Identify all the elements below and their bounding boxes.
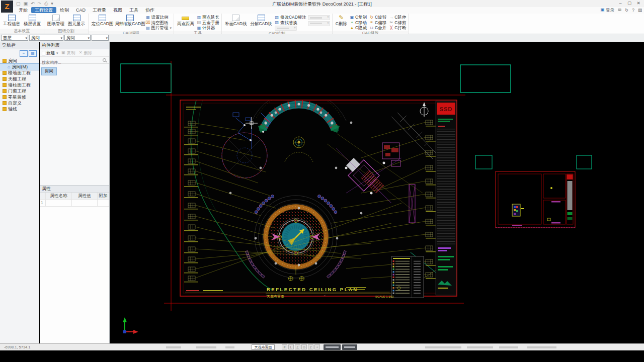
status-text	[499, 346, 518, 348]
copy-component-button[interactable]: ▣复制	[61, 51, 75, 55]
calculator-icon: ▦	[197, 26, 201, 30]
close-button[interactable]: ✕	[634, 0, 643, 6]
grid-zoom-icon	[126, 15, 134, 21]
find-replace-button[interactable]: ▨查找替换	[275, 21, 306, 25]
c-hide-button[interactable]: ▲C隐藏	[350, 26, 367, 30]
component-item-room[interactable]: 房间	[42, 68, 56, 75]
page-pencil-icon	[232, 15, 239, 21]
status-text	[166, 346, 181, 348]
tab-collaborate[interactable]: 协作	[142, 7, 158, 13]
tab-project-settings[interactable]: 工程设置	[31, 7, 56, 13]
set-scale-button[interactable]: ▦设置比例	[145, 15, 172, 20]
snap-toggle[interactable]: +	[314, 344, 320, 349]
two-point-extend-button[interactable]: ▥两点延长	[197, 15, 219, 20]
nav-item-door-window-works[interactable]: 门窗工程	[0, 88, 39, 94]
c-break-button[interactable]: ╳C打断	[389, 26, 406, 30]
nav-item-floor-works[interactable]: 楼地面工程	[0, 70, 39, 76]
page-icon	[52, 15, 60, 21]
nav-item-room-group[interactable]: 房间	[0, 58, 39, 64]
polar-toggle[interactable]: ∠	[295, 344, 300, 349]
component-list: 房间	[40, 64, 109, 76]
refresh-icon[interactable]: ↻	[625, 7, 628, 14]
element-display-button[interactable]: 图元显示	[67, 14, 86, 27]
ortho-toggle[interactable]: L	[288, 344, 294, 349]
status-text	[425, 346, 461, 348]
c-trim-button[interactable]: ✂C修剪	[389, 21, 406, 25]
category-select[interactable]: 房间	[29, 35, 63, 41]
list-view-icon[interactable]: ≡	[20, 50, 28, 57]
dyn-toggle[interactable]: Z	[308, 344, 313, 349]
c-offset-button[interactable]: ≡C偏移	[369, 21, 386, 25]
c-copy-button[interactable]: ▣C复制	[350, 15, 367, 20]
hardware-manual-button[interactable]: ▤五金手册	[197, 21, 219, 25]
navigation-panel-title: 导航栏	[0, 42, 39, 49]
project-info-button[interactable]: 工程信息	[2, 14, 21, 27]
ribbon-tab-row: 开始 工程设置 绘制 CAD 工程量 视图 工具 协作 ▣ 登录 ✉ ↻ ? ▤	[0, 7, 644, 14]
help-icon[interactable]: ?	[632, 7, 634, 14]
two-point-distance-button[interactable]: 两点距离	[176, 14, 195, 27]
category-icon	[3, 95, 7, 99]
group-cad-edit: 定位CAD图 局部缩放CAD图 ▦设置比例 ⌧清空图纸 ▤图片管理 CAD编辑	[89, 14, 174, 34]
modify-cad-dim-button[interactable]: ▧修改CAD标注	[275, 15, 306, 20]
clear-drawing-button[interactable]: ⌧清空图纸	[145, 21, 172, 25]
main-sheet[interactable]: SSD REFLECTED CEILING PLAN 天花布置图 SCALE 1…	[165, 71, 457, 335]
calculator-button[interactable]: ▦计算器	[197, 26, 219, 30]
locate-cad-button[interactable]: 定位CAD图	[91, 14, 114, 27]
tab-cad[interactable]: CAD	[72, 7, 89, 13]
view-control-button[interactable]	[324, 344, 341, 350]
c-move-button[interactable]: +C移动	[350, 21, 367, 25]
nav-item-misc-decoration[interactable]: 零星装修	[0, 94, 39, 100]
delete-component-button[interactable]: ✕删除	[78, 51, 93, 55]
viewport-frame	[121, 64, 171, 93]
properties-panel: 属性 属性名称 属性值 附加 1	[40, 185, 110, 343]
zoom-cad-button[interactable]: 局部缩放CAD图	[116, 14, 144, 27]
c-merge-button[interactable]: ⊔C合并	[369, 26, 386, 30]
tab-tools[interactable]: 工具	[126, 7, 142, 13]
tile-view-icon[interactable]: ▦	[29, 50, 37, 57]
tab-quantity[interactable]: 工程量	[89, 7, 110, 13]
layer-control-button[interactable]	[342, 344, 357, 350]
component-select[interactable]: 房间	[64, 35, 91, 41]
nav-item-axis[interactable]: 轴线	[0, 106, 39, 112]
nav-item-ceiling-works[interactable]: 天棚工程	[0, 76, 39, 82]
col-property-value: 属性值	[72, 193, 98, 199]
component-list-panel: 构件列表 新建 ▣复制 ✕删除 房间	[40, 42, 110, 185]
search-input[interactable]	[40, 60, 100, 65]
panel-icon[interactable]: ▤	[638, 7, 642, 14]
cad-viewport[interactable]: SSD REFLECTED CEILING PLAN 天花布置图 SCALE 1…	[110, 42, 644, 343]
current-drawing-indicator[interactable]: 天花布置图	[252, 344, 275, 350]
new-page-icon	[42, 51, 45, 55]
new-component-button[interactable]: 新建	[42, 51, 58, 55]
property-row[interactable]: 1	[40, 200, 109, 207]
col-attach: 附加	[98, 193, 109, 199]
floor-select[interactable]: 首层	[1, 35, 28, 41]
copy-icon: ▣	[61, 51, 66, 55]
c-rotate-button[interactable]: ↻C旋转	[369, 15, 386, 20]
minimize-button[interactable]: –	[616, 0, 625, 6]
taskbar-area	[0, 350, 644, 362]
c-delete-button[interactable]: ✎C删除	[335, 14, 348, 27]
patch-cad-line-button[interactable]: 补画CAD线	[224, 14, 248, 27]
window-controls: – ▢ ✕	[616, 0, 643, 6]
nav-item-room-m[interactable]: ⌂房间(M)	[0, 64, 39, 70]
navigation-panel: 导航栏 ≡ ▦ 房间 ⌂房间(M) 楼地面工程 天棚工程 墙柱面工程 门窗工程 …	[0, 42, 39, 343]
category-icon	[3, 101, 7, 105]
tab-draw[interactable]: 绘制	[56, 7, 72, 13]
floor-settings-button[interactable]: 楼层设置	[23, 14, 42, 27]
explode-cad-block-button[interactable]: 分解CAD块	[249, 14, 273, 27]
secondary-sheet[interactable]	[496, 171, 575, 228]
login-button[interactable]: ▣ 登录	[600, 7, 614, 14]
tab-view[interactable]: 视图	[110, 7, 126, 13]
drawing-manage-button[interactable]: 图纸管理	[46, 14, 65, 27]
nav-item-custom[interactable]: 自定义	[0, 100, 39, 106]
c-extend-button[interactable]: →C延伸	[389, 15, 406, 20]
tab-start[interactable]: 开始	[15, 7, 31, 13]
grid-toggle[interactable]: #	[282, 344, 287, 349]
osnap-toggle[interactable]: ⊙	[301, 344, 307, 349]
image-manage-button[interactable]: ▤图片管理	[145, 26, 172, 30]
nav-item-wall-works[interactable]: 墙柱面工程	[0, 82, 39, 88]
empty-select[interactable]	[92, 35, 109, 41]
maximize-button[interactable]: ▢	[625, 0, 634, 6]
status-text	[467, 346, 493, 348]
message-icon[interactable]: ✉	[618, 7, 621, 14]
